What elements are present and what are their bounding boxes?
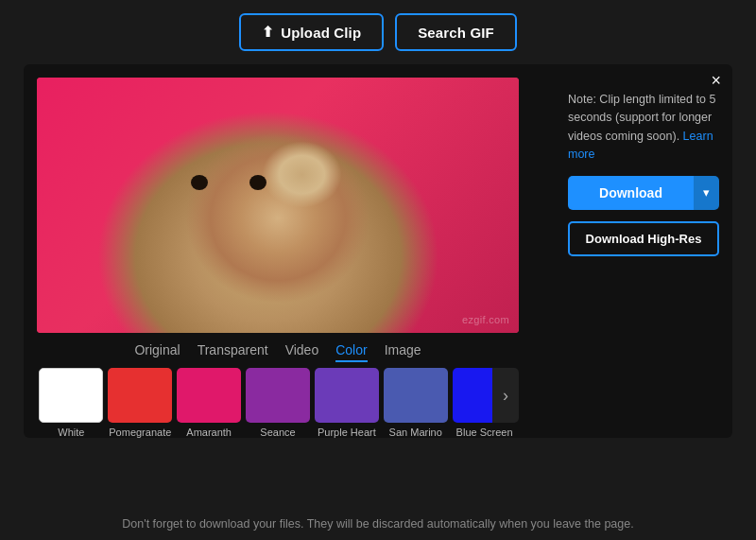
upload-label: Upload Clip (281, 25, 361, 41)
scroll-right-arrow[interactable]: › (492, 368, 519, 423)
swatch-amaranth: Amaranth (175, 368, 244, 438)
tab-video[interactable]: Video (285, 342, 319, 362)
swatch-purple-heart-color[interactable] (315, 368, 379, 423)
tabs-bar: Original Transparent Video Color Image (37, 333, 519, 368)
swatch-white: White (37, 368, 106, 438)
swatch-seance-label: Seance (260, 427, 295, 438)
cat-image (37, 78, 519, 333)
watermark: ezgif.com (462, 314, 509, 325)
footer-text: Don't forget to download your files. The… (122, 517, 633, 531)
search-gif-button[interactable]: Search GIF (395, 13, 517, 51)
swatch-purple-heart-label: Purple Heart (318, 427, 376, 438)
tab-color[interactable]: Color (335, 342, 367, 362)
right-panel: Note: Clip length limited to 5 seconds (… (549, 78, 719, 438)
image-container: ezgif.com (37, 78, 519, 333)
swatch-san-marino-label: San Marino (389, 427, 442, 438)
footer: Don't forget to download your files. The… (122, 506, 633, 540)
swatch-pomegranate-label: Pomegranate (109, 427, 171, 438)
swatch-white-label: White (58, 427, 84, 438)
swatch-seance: Seance (244, 368, 313, 438)
close-button[interactable]: × (711, 72, 721, 89)
upload-icon: ⬆ (262, 24, 274, 41)
main-area: × ezgif.com Original Transparent Video C… (24, 64, 732, 438)
swatch-white-color[interactable] (39, 368, 103, 423)
swatch-amaranth-label: Amaranth (186, 427, 232, 438)
tab-image[interactable]: Image (385, 342, 421, 362)
download-button[interactable]: Download (568, 176, 694, 210)
search-gif-label: Search GIF (418, 25, 494, 41)
swatch-pomegranate-color[interactable] (108, 368, 172, 423)
tab-original[interactable]: Original (134, 342, 180, 362)
header: ⬆ Upload Clip Search GIF (0, 0, 756, 64)
swatch-san-marino-color[interactable] (384, 368, 448, 423)
left-panel: ezgif.com Original Transparent Video Col… (37, 78, 549, 438)
swatch-blue-screen-label: Blue Screen (456, 427, 513, 438)
swatch-pomegranate: Pomegranate (106, 368, 175, 438)
upload-clip-button[interactable]: ⬆ Upload Clip (239, 13, 384, 51)
download-hires-button[interactable]: Download High-Res (568, 221, 719, 256)
clip-note: Note: Clip length limited to 5 seconds (… (568, 91, 719, 165)
swatches-row: White Pomegranate Amaranth Seance Purple… (37, 368, 519, 438)
download-button-group: Download ▾ (568, 176, 719, 210)
tab-transparent[interactable]: Transparent (198, 342, 268, 362)
download-dropdown-button[interactable]: ▾ (694, 176, 719, 210)
swatch-san-marino: San Marino (381, 368, 450, 438)
swatch-purple-heart: Purple Heart (312, 368, 381, 438)
swatch-seance-color[interactable] (246, 368, 310, 423)
swatch-amaranth-color[interactable] (177, 368, 241, 423)
